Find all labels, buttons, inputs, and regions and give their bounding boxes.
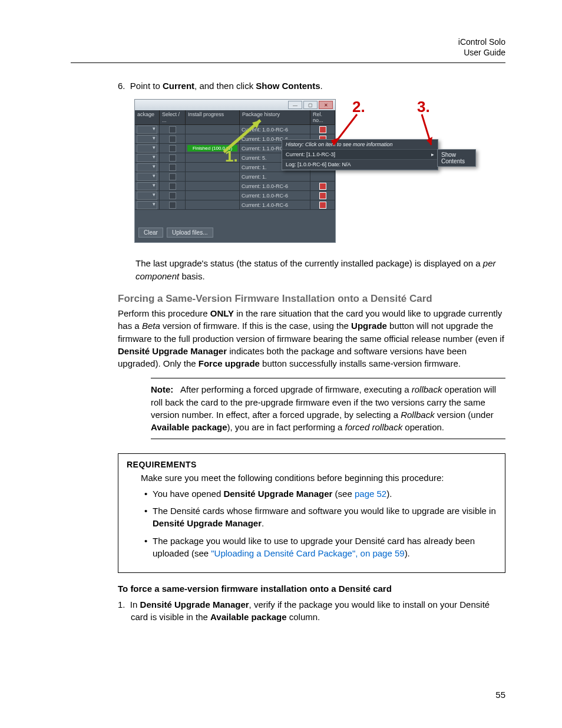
- window-titlebar: — ▢ ✕: [135, 100, 335, 110]
- pdf-icon[interactable]: [319, 192, 326, 199]
- table-row[interactable]: Current: 1.0.0-RC-6: [135, 182, 335, 191]
- package-dropdown[interactable]: [137, 126, 157, 134]
- col-select: Select / ...: [160, 110, 186, 124]
- chevron-right-icon: ▸: [431, 151, 434, 157]
- select-checkbox[interactable]: [169, 202, 176, 209]
- link-uploading-package[interactable]: "Uploading a Densité Card Package", on p…: [211, 548, 404, 558]
- after-image-text: The last upgrade's status (the status of…: [135, 257, 505, 282]
- content-area: 6. Point to Current, and then click Show…: [118, 81, 505, 623]
- procedure-step-1: 1. In Densité Upgrade Manager, verify if…: [118, 598, 505, 624]
- requirements-title: REQUIREMENTS: [127, 460, 497, 469]
- upload-files-button[interactable]: Upload files...: [167, 228, 213, 238]
- package-dropdown[interactable]: [137, 201, 157, 209]
- clear-button[interactable]: Clear: [138, 228, 163, 238]
- header-rule: [71, 62, 505, 63]
- minimize-button[interactable]: —: [288, 101, 302, 109]
- select-checkbox[interactable]: [169, 136, 176, 143]
- arrow-2: [329, 111, 364, 152]
- select-checkbox[interactable]: [169, 192, 176, 199]
- pdf-icon[interactable]: [319, 202, 326, 209]
- step-6: 6. Point to Current, and then click Show…: [118, 81, 505, 91]
- package-dropdown[interactable]: [137, 135, 157, 143]
- note-box: Note: After performing a forced upgrade …: [151, 378, 505, 439]
- maximize-button[interactable]: ▢: [303, 101, 318, 109]
- package-dropdown[interactable]: [137, 144, 157, 153]
- pdf-icon[interactable]: [319, 126, 326, 133]
- req-item-2: The Densité cards whose firmware and sof…: [153, 505, 497, 530]
- show-contents-button[interactable]: Show Contents: [437, 149, 476, 167]
- select-checkbox[interactable]: [169, 164, 176, 171]
- pdf-icon[interactable]: [319, 183, 326, 190]
- package-dropdown[interactable]: [137, 173, 157, 181]
- screenshot: 2. 3. — ▢ ✕ ackage Select / ... Ins: [134, 99, 476, 243]
- procedure-title: To force a same-version firmware install…: [118, 584, 505, 594]
- svg-line-0: [333, 114, 357, 145]
- select-checkbox[interactable]: [169, 154, 176, 162]
- table-row[interactable]: Current: 1.4.0-RC-6: [135, 200, 335, 210]
- package-dropdown[interactable]: [137, 154, 157, 162]
- page-header: iControl Solo User Guide: [71, 37, 505, 58]
- select-checkbox[interactable]: [169, 126, 176, 133]
- select-checkbox[interactable]: [169, 183, 176, 190]
- package-dropdown[interactable]: [137, 182, 157, 190]
- table-row[interactable]: Current: 1.: [135, 172, 335, 182]
- close-button[interactable]: ✕: [319, 101, 333, 109]
- table-row[interactable]: Current: 1.0.0-RC-6: [135, 191, 335, 200]
- select-checkbox[interactable]: [169, 173, 176, 180]
- flyout-log[interactable]: Log: [1.0.0-RC-6] Date: N/A: [282, 160, 438, 170]
- requirements-intro: Make sure you meet the following conditi…: [141, 473, 497, 483]
- heading-force: Forcing a Same-Version Firmware Installa…: [118, 293, 505, 305]
- window-footer: Clear Upload files...: [135, 210, 335, 242]
- link-page-52[interactable]: page 52: [355, 489, 386, 499]
- col-ackage: ackage: [135, 110, 160, 124]
- req-item-1: You have opened Densité Upgrade Manager …: [153, 487, 497, 500]
- package-dropdown[interactable]: [137, 192, 157, 200]
- arrow-3: [419, 111, 437, 152]
- requirements-list: You have opened Densité Upgrade Manager …: [127, 487, 497, 559]
- package-dropdown[interactable]: [137, 163, 157, 172]
- callout-1: 1.: [225, 147, 238, 166]
- product-name: iControl Solo: [71, 37, 505, 47]
- doc-subtitle: User Guide: [71, 47, 505, 58]
- requirements-box: REQUIREMENTS Make sure you meet the foll…: [118, 453, 505, 573]
- req-item-3: The package you would like to use to upg…: [153, 535, 497, 560]
- callout-2: 2.: [352, 98, 365, 116]
- select-checkbox[interactable]: [169, 145, 176, 152]
- page-number: 55: [495, 690, 505, 700]
- force-paragraph: Perform this procedure ONLY in the rare …: [118, 307, 505, 370]
- callout-3: 3.: [417, 98, 430, 116]
